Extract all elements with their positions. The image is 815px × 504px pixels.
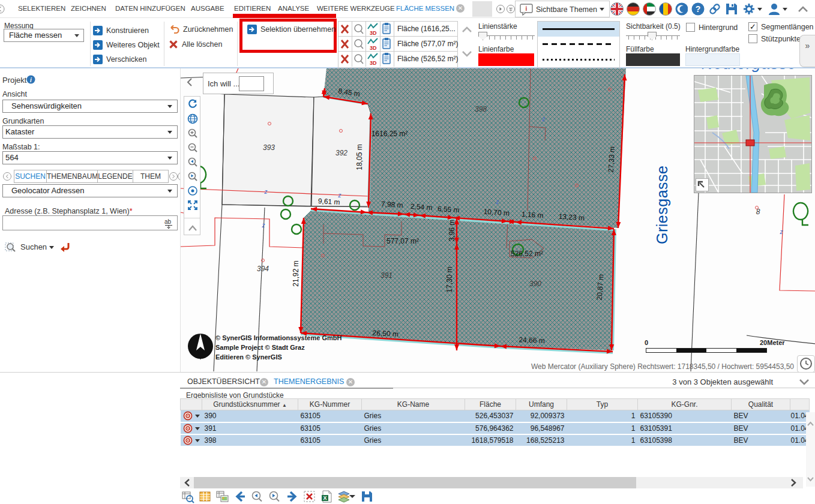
delete-measurement-icon[interactable] — [338, 52, 352, 67]
zoom-out-icon[interactable] — [187, 142, 198, 153]
line-style-solid[interactable] — [538, 22, 619, 37]
zoom-to-measurement-icon[interactable] — [352, 52, 365, 67]
visible-themes-dropdown[interactable]: i Sichtbare Themen — [515, 1, 610, 17]
close-objektuebersicht-icon[interactable]: ✕ — [260, 378, 268, 386]
tab-suchen[interactable]: SUCHEN — [14, 170, 47, 183]
previous-record-icon[interactable] — [233, 490, 247, 503]
tab-flaeche-messen[interactable]: FLÄCHE MESSEN — [396, 5, 454, 12]
info-icon[interactable]: i — [26, 75, 35, 84]
tab-themenbaum[interactable]: THEMENBAUM — [46, 170, 98, 183]
collapse-sidebar-icon[interactable] — [185, 77, 195, 87]
col-header-Grundstücksnummer[interactable]: Grundstücksnummer ▲ — [202, 399, 298, 410]
col-header-Fläche[interactable]: Fläche — [465, 399, 516, 410]
fuellfarbe-swatch[interactable] — [626, 53, 680, 66]
overview-corner-icon[interactable] — [696, 178, 709, 191]
report-clipboard-icon[interactable] — [380, 37, 394, 52]
col-header-KG-Gnr.[interactable]: KG-Gnr. — [638, 399, 732, 410]
zoom-previous-icon[interactable] — [251, 490, 264, 503]
sichtbarkeit-slider[interactable] — [626, 31, 680, 41]
hintergrund-checkbox[interactable] — [686, 23, 695, 32]
menu-item-5[interactable]: EDITIEREN — [234, 5, 271, 12]
menubar-gray-box[interactable] — [472, 1, 492, 17]
linienstaerke-thumb[interactable] — [478, 32, 487, 40]
zoom-to-measurement-icon[interactable] — [352, 37, 365, 52]
menu-item-7[interactable]: WEITERE WERKZEUGE — [317, 5, 395, 12]
panel-collapse-icon[interactable] — [798, 377, 810, 386]
result-zoom-icon[interactable] — [181, 490, 194, 503]
measure-scroll-up-icon[interactable] — [461, 25, 473, 34]
profile-3d-icon[interactable]: 3D — [366, 37, 380, 52]
language-flags[interactable] — [610, 2, 688, 16]
menu-item-2[interactable]: ZEICHNEN — [71, 5, 106, 12]
profile-3d-icon[interactable]: 3D — [366, 52, 380, 67]
weiteres-objekt-button[interactable]: Weiteres Objekt — [93, 40, 160, 50]
tab-objektuebersicht[interactable]: OBJEKTÜBERSICHT — [187, 377, 260, 386]
reset-search-icon[interactable] — [59, 241, 71, 252]
delete-measurement-icon[interactable] — [338, 37, 352, 52]
col-header-KG-Nummer[interactable]: KG-Nummer — [298, 399, 362, 410]
adresse-input[interactable]: ab — [2, 215, 178, 230]
linienstaerke-slider[interactable] — [478, 31, 535, 41]
linienfarbe-swatch[interactable] — [478, 53, 534, 66]
full-extent-icon[interactable] — [187, 200, 198, 211]
excel-export-icon[interactable]: X — [320, 490, 334, 503]
zuruecknehmen-button[interactable]: Zurücknehmen — [169, 25, 233, 34]
record-target-icon[interactable] — [183, 424, 193, 433]
table-hscrollbar[interactable] — [180, 477, 803, 488]
menu-item-1[interactable]: SELEKTIEREN — [18, 5, 65, 12]
zoom-next-icon[interactable] — [268, 490, 281, 503]
zoom-in-icon[interactable] — [187, 128, 198, 139]
tabs-scroll-left-icon[interactable] — [3, 172, 11, 181]
table-row[interactable]: 39163105Gries576,96436296,54896716310539… — [181, 422, 810, 434]
next-record-icon[interactable] — [286, 490, 299, 503]
help-icon[interactable]: ? — [691, 2, 705, 16]
hscrollbar-thumb[interactable] — [194, 477, 636, 488]
messung-dropdown[interactable]: Fläche messen — [4, 29, 84, 42]
previous-extent-icon[interactable] — [187, 157, 198, 167]
hintergrundfarbe-swatch[interactable] — [685, 53, 740, 66]
next-extent-icon[interactable] — [187, 171, 198, 182]
record-caret-icon[interactable] — [195, 427, 200, 430]
ich-will-box[interactable]: Ich will ... — [203, 73, 274, 94]
measure-scroll-down-icon[interactable] — [461, 49, 473, 58]
menu-scroll-left-icon[interactable] — [0, 3, 6, 15]
line-style-dotted[interactable] — [538, 52, 619, 67]
collapse-ribbon-icon[interactable] — [797, 5, 809, 13]
menu-item-6[interactable]: ANALYSE — [278, 5, 309, 12]
konstruieren-button[interactable]: Konstruieren — [93, 26, 149, 35]
record-target-icon[interactable] — [183, 411, 193, 421]
record-caret-icon[interactable] — [195, 439, 200, 442]
toolbar-collapse-icon[interactable] — [187, 224, 198, 232]
tab-legende[interactable]: LEGENDE — [97, 170, 133, 183]
save-results-icon[interactable] — [361, 490, 374, 503]
close-themenergebnis-icon[interactable]: ✕ — [346, 378, 355, 386]
map-canvas[interactable]: zzzzzz 8,45 m3981616,25 m²18,05 m27,33 m… — [180, 68, 815, 372]
zoom-to-measurement-icon[interactable] — [352, 22, 365, 37]
tabs-scroll-right-icon[interactable] — [169, 172, 178, 181]
record-caret-icon[interactable] — [195, 415, 200, 418]
col-header-KG-Name[interactable]: KG-Name — [362, 399, 465, 410]
report-clipboard-icon[interactable] — [380, 22, 394, 37]
ansicht-dropdown[interactable]: Sehenswürdigkeiten — [2, 100, 178, 113]
col-header-Typ[interactable]: Typ — [567, 399, 638, 410]
record-target-icon[interactable] — [183, 436, 193, 445]
close-tab-icon[interactable]: ✕ — [456, 4, 465, 13]
table-row[interactable]: 39863105Gries1618,579518168,525213163105… — [181, 434, 810, 446]
massstab-dropdown[interactable]: 564 — [2, 151, 178, 164]
alle-loeschen-button[interactable]: Alle löschen — [169, 40, 222, 49]
settings-gear-icon[interactable] — [742, 2, 756, 16]
report-clipboard-icon[interactable] — [380, 52, 394, 67]
settings-caret-icon[interactable] — [757, 8, 762, 11]
overview-map[interactable] — [694, 75, 812, 193]
stuetzpunkte-checkbox[interactable] — [748, 34, 757, 43]
table-row[interactable]: 39063105Gries526,45303792,00937316310539… — [181, 410, 810, 422]
tab-themenergebnis[interactable]: THEMENERGEBNIS — [274, 377, 344, 386]
suchen-caret-icon[interactable] — [49, 246, 54, 249]
ich-will-input[interactable] — [239, 76, 264, 91]
delete-measurement-icon[interactable] — [338, 22, 352, 37]
caret-down-icon[interactable] — [347, 490, 361, 503]
col-header-blank[interactable] — [181, 399, 202, 410]
table-chart-icon[interactable] — [216, 490, 229, 503]
globe-icon[interactable] — [187, 113, 198, 124]
user-caret-icon[interactable] — [783, 8, 787, 11]
